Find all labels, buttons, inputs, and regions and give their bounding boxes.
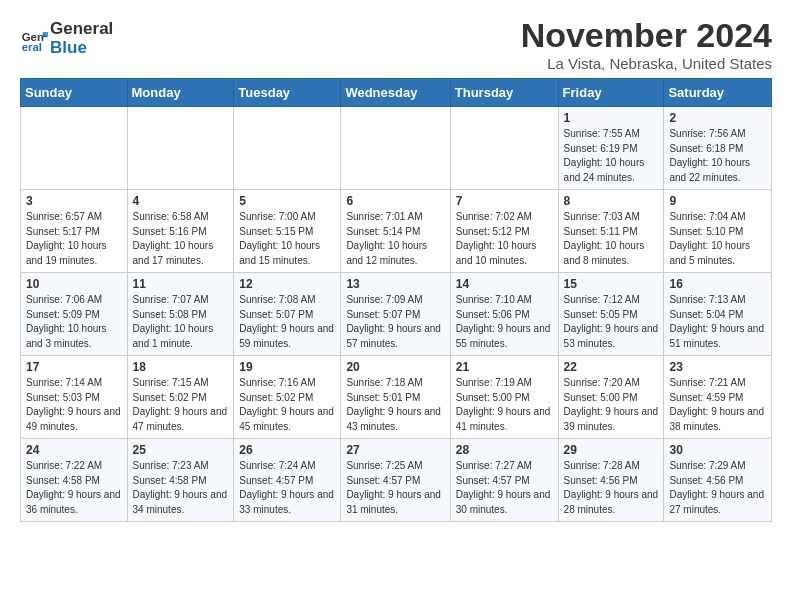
logo-line2: Blue xyxy=(50,39,113,58)
day-info: Sunrise: 7:55 AM Sunset: 6:19 PM Dayligh… xyxy=(564,127,659,185)
calendar-cell: 1Sunrise: 7:55 AM Sunset: 6:19 PM Daylig… xyxy=(558,107,664,190)
day-info: Sunrise: 7:28 AM Sunset: 4:56 PM Dayligh… xyxy=(564,459,659,517)
day-number: 2 xyxy=(669,111,766,125)
weekday-header: Monday xyxy=(127,79,234,107)
day-number: 18 xyxy=(133,360,229,374)
weekday-header: Friday xyxy=(558,79,664,107)
day-number: 4 xyxy=(133,194,229,208)
day-info: Sunrise: 7:25 AM Sunset: 4:57 PM Dayligh… xyxy=(346,459,444,517)
calendar-cell: 12Sunrise: 7:08 AM Sunset: 5:07 PM Dayli… xyxy=(234,273,341,356)
day-number: 15 xyxy=(564,277,659,291)
logo-icon: Gen eral xyxy=(20,25,48,53)
calendar-cell: 16Sunrise: 7:13 AM Sunset: 5:04 PM Dayli… xyxy=(664,273,772,356)
day-info: Sunrise: 7:12 AM Sunset: 5:05 PM Dayligh… xyxy=(564,293,659,351)
day-number: 27 xyxy=(346,443,444,457)
calendar-cell: 30Sunrise: 7:29 AM Sunset: 4:56 PM Dayli… xyxy=(664,439,772,522)
day-info: Sunrise: 7:27 AM Sunset: 4:57 PM Dayligh… xyxy=(456,459,553,517)
weekday-header: Saturday xyxy=(664,79,772,107)
day-info: Sunrise: 7:20 AM Sunset: 5:00 PM Dayligh… xyxy=(564,376,659,434)
day-info: Sunrise: 7:14 AM Sunset: 5:03 PM Dayligh… xyxy=(26,376,122,434)
day-number: 14 xyxy=(456,277,553,291)
calendar-cell: 15Sunrise: 7:12 AM Sunset: 5:05 PM Dayli… xyxy=(558,273,664,356)
calendar-cell: 21Sunrise: 7:19 AM Sunset: 5:00 PM Dayli… xyxy=(450,356,558,439)
day-info: Sunrise: 7:22 AM Sunset: 4:58 PM Dayligh… xyxy=(26,459,122,517)
day-number: 17 xyxy=(26,360,122,374)
day-info: Sunrise: 7:15 AM Sunset: 5:02 PM Dayligh… xyxy=(133,376,229,434)
calendar-cell: 14Sunrise: 7:10 AM Sunset: 5:06 PM Dayli… xyxy=(450,273,558,356)
weekday-header: Wednesday xyxy=(341,79,450,107)
logo: Gen eral General Blue xyxy=(20,20,113,57)
calendar-cell: 2Sunrise: 7:56 AM Sunset: 6:18 PM Daylig… xyxy=(664,107,772,190)
calendar-week-row: 10Sunrise: 7:06 AM Sunset: 5:09 PM Dayli… xyxy=(21,273,772,356)
title-area: November 2024 La Vista, Nebraska, United… xyxy=(521,16,772,72)
weekday-header: Thursday xyxy=(450,79,558,107)
calendar-week-row: 17Sunrise: 7:14 AM Sunset: 5:03 PM Dayli… xyxy=(21,356,772,439)
day-info: Sunrise: 7:07 AM Sunset: 5:08 PM Dayligh… xyxy=(133,293,229,351)
day-number: 10 xyxy=(26,277,122,291)
day-info: Sunrise: 6:58 AM Sunset: 5:16 PM Dayligh… xyxy=(133,210,229,268)
day-info: Sunrise: 7:24 AM Sunset: 4:57 PM Dayligh… xyxy=(239,459,335,517)
calendar-cell xyxy=(450,107,558,190)
day-info: Sunrise: 7:13 AM Sunset: 5:04 PM Dayligh… xyxy=(669,293,766,351)
day-number: 12 xyxy=(239,277,335,291)
calendar-cell xyxy=(21,107,128,190)
calendar-cell: 10Sunrise: 7:06 AM Sunset: 5:09 PM Dayli… xyxy=(21,273,128,356)
calendar-week-row: 3Sunrise: 6:57 AM Sunset: 5:17 PM Daylig… xyxy=(21,190,772,273)
calendar-cell: 25Sunrise: 7:23 AM Sunset: 4:58 PM Dayli… xyxy=(127,439,234,522)
day-number: 20 xyxy=(346,360,444,374)
weekday-header: Sunday xyxy=(21,79,128,107)
day-info: Sunrise: 7:06 AM Sunset: 5:09 PM Dayligh… xyxy=(26,293,122,351)
calendar-cell: 24Sunrise: 7:22 AM Sunset: 4:58 PM Dayli… xyxy=(21,439,128,522)
day-number: 1 xyxy=(564,111,659,125)
day-number: 23 xyxy=(669,360,766,374)
day-number: 25 xyxy=(133,443,229,457)
day-number: 11 xyxy=(133,277,229,291)
day-info: Sunrise: 7:08 AM Sunset: 5:07 PM Dayligh… xyxy=(239,293,335,351)
day-info: Sunrise: 7:21 AM Sunset: 4:59 PM Dayligh… xyxy=(669,376,766,434)
day-number: 7 xyxy=(456,194,553,208)
day-info: Sunrise: 7:19 AM Sunset: 5:00 PM Dayligh… xyxy=(456,376,553,434)
day-number: 16 xyxy=(669,277,766,291)
day-info: Sunrise: 7:23 AM Sunset: 4:58 PM Dayligh… xyxy=(133,459,229,517)
calendar-cell: 28Sunrise: 7:27 AM Sunset: 4:57 PM Dayli… xyxy=(450,439,558,522)
calendar-header-row: SundayMondayTuesdayWednesdayThursdayFrid… xyxy=(21,79,772,107)
day-number: 24 xyxy=(26,443,122,457)
day-info: Sunrise: 7:04 AM Sunset: 5:10 PM Dayligh… xyxy=(669,210,766,268)
calendar-cell xyxy=(234,107,341,190)
day-number: 30 xyxy=(669,443,766,457)
calendar-cell xyxy=(341,107,450,190)
calendar-week-row: 1Sunrise: 7:55 AM Sunset: 6:19 PM Daylig… xyxy=(21,107,772,190)
day-info: Sunrise: 7:02 AM Sunset: 5:12 PM Dayligh… xyxy=(456,210,553,268)
calendar-cell: 4Sunrise: 6:58 AM Sunset: 5:16 PM Daylig… xyxy=(127,190,234,273)
calendar-cell: 29Sunrise: 7:28 AM Sunset: 4:56 PM Dayli… xyxy=(558,439,664,522)
day-info: Sunrise: 7:29 AM Sunset: 4:56 PM Dayligh… xyxy=(669,459,766,517)
day-number: 9 xyxy=(669,194,766,208)
day-info: Sunrise: 7:03 AM Sunset: 5:11 PM Dayligh… xyxy=(564,210,659,268)
calendar-cell: 19Sunrise: 7:16 AM Sunset: 5:02 PM Dayli… xyxy=(234,356,341,439)
calendar-cell: 17Sunrise: 7:14 AM Sunset: 5:03 PM Dayli… xyxy=(21,356,128,439)
month-title: November 2024 xyxy=(521,16,772,55)
day-info: Sunrise: 7:01 AM Sunset: 5:14 PM Dayligh… xyxy=(346,210,444,268)
day-info: Sunrise: 7:18 AM Sunset: 5:01 PM Dayligh… xyxy=(346,376,444,434)
calendar-cell: 18Sunrise: 7:15 AM Sunset: 5:02 PM Dayli… xyxy=(127,356,234,439)
day-info: Sunrise: 7:09 AM Sunset: 5:07 PM Dayligh… xyxy=(346,293,444,351)
calendar-cell: 20Sunrise: 7:18 AM Sunset: 5:01 PM Dayli… xyxy=(341,356,450,439)
day-info: Sunrise: 7:00 AM Sunset: 5:15 PM Dayligh… xyxy=(239,210,335,268)
calendar-cell: 11Sunrise: 7:07 AM Sunset: 5:08 PM Dayli… xyxy=(127,273,234,356)
day-number: 3 xyxy=(26,194,122,208)
logo-line1: General xyxy=(50,20,113,39)
day-number: 6 xyxy=(346,194,444,208)
day-number: 29 xyxy=(564,443,659,457)
calendar-cell xyxy=(127,107,234,190)
calendar-week-row: 24Sunrise: 7:22 AM Sunset: 4:58 PM Dayli… xyxy=(21,439,772,522)
day-info: Sunrise: 7:16 AM Sunset: 5:02 PM Dayligh… xyxy=(239,376,335,434)
calendar-cell: 6Sunrise: 7:01 AM Sunset: 5:14 PM Daylig… xyxy=(341,190,450,273)
calendar-cell: 13Sunrise: 7:09 AM Sunset: 5:07 PM Dayli… xyxy=(341,273,450,356)
day-number: 5 xyxy=(239,194,335,208)
day-info: Sunrise: 7:10 AM Sunset: 5:06 PM Dayligh… xyxy=(456,293,553,351)
day-info: Sunrise: 6:57 AM Sunset: 5:17 PM Dayligh… xyxy=(26,210,122,268)
calendar-cell: 23Sunrise: 7:21 AM Sunset: 4:59 PM Dayli… xyxy=(664,356,772,439)
location-title: La Vista, Nebraska, United States xyxy=(521,55,772,72)
calendar-cell: 5Sunrise: 7:00 AM Sunset: 5:15 PM Daylig… xyxy=(234,190,341,273)
day-number: 19 xyxy=(239,360,335,374)
